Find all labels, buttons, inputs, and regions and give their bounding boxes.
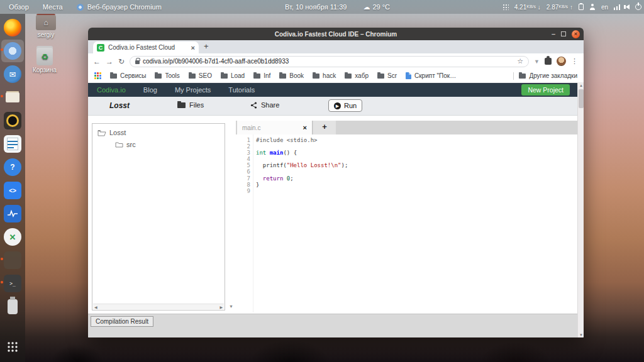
usb-drive-icon xyxy=(8,299,18,314)
browser-window: Codiva.io Fastest Cloud IDE – Chromium –… xyxy=(88,28,584,337)
desktop-icon-trash[interactable]: ♻ Корзина xyxy=(30,48,59,74)
scroll-right-icon[interactable]: ▶ xyxy=(219,305,223,309)
bookmark-folder[interactable]: Сервисы xyxy=(110,72,146,79)
downloads-icon[interactable]: ▼ xyxy=(534,58,540,65)
desktop-icon-home[interactable]: ⌂ sergiy xyxy=(31,15,60,38)
code-editor[interactable]: 123456789 #include <stdio.h> int main() … xyxy=(236,134,577,312)
vscode-icon: <> xyxy=(4,182,21,199)
editor-tab-close-icon[interactable]: × xyxy=(303,124,312,131)
weather-indicator[interactable]: ☁ 29 °C xyxy=(363,3,390,11)
lock-icon[interactable] xyxy=(135,60,140,64)
dock-item-libreoffice-writer[interactable] xyxy=(1,133,24,155)
chromium-icon xyxy=(77,4,84,11)
maximize-button[interactable] xyxy=(561,31,566,36)
bookmark-item[interactable]: Скрипт "Пок… xyxy=(406,72,456,79)
dock-item-rhythmbox[interactable] xyxy=(1,109,24,132)
bookmark-star-icon[interactable]: ☆ xyxy=(517,57,523,65)
dock-item-help[interactable]: ? xyxy=(1,156,24,178)
other-bookmarks-button[interactable]: Другие закладки xyxy=(519,72,577,79)
bookmark-folder[interactable]: SEO xyxy=(189,72,212,79)
folder-icon xyxy=(519,74,526,79)
app-menu[interactable]: Веб-браузер Chromium xyxy=(77,3,162,11)
dock-item-vscode[interactable]: <> xyxy=(1,179,24,202)
show-applications-button[interactable] xyxy=(1,336,24,358)
scroll-up-icon[interactable]: ▲ xyxy=(578,84,584,87)
bookmark-folder[interactable]: hack xyxy=(313,72,336,79)
address-bar[interactable]: codiva.io/p/0b904006-b7d1-4cf0-aaff-ace0… xyxy=(130,56,529,67)
bookmark-folder[interactable]: Tools xyxy=(155,72,179,79)
close-button[interactable]: × xyxy=(572,30,580,38)
extensions-icon[interactable] xyxy=(545,58,552,65)
editor-new-tab-button[interactable]: + xyxy=(313,121,336,134)
running-dot xyxy=(1,281,3,283)
bookmark-folder[interactable]: Scr xyxy=(377,72,397,79)
project-toolbar: Losst Files Share ▶ Run xyxy=(88,97,577,116)
tree-item-project[interactable]: Losst xyxy=(97,129,126,136)
web-page: Codiva.io Blog My Projects Tutorials New… xyxy=(88,83,584,337)
folder-icon xyxy=(253,74,260,79)
tree-item-src[interactable]: src xyxy=(115,141,136,148)
folder-icon xyxy=(221,74,228,79)
accessibility-icon[interactable] xyxy=(589,4,596,10)
tray-icon[interactable] xyxy=(502,4,509,10)
nav-link-tutorials[interactable]: Tutorials xyxy=(228,86,255,94)
dock-item-usb-drive[interactable] xyxy=(1,295,24,318)
minimize-button[interactable]: – xyxy=(552,31,555,36)
firefox-icon xyxy=(4,19,21,36)
dock-item-firefox[interactable] xyxy=(1,16,24,39)
dock-item-files[interactable] xyxy=(1,86,24,109)
site-brand-link[interactable]: Codiva.io xyxy=(97,86,126,94)
dock-item-x-app[interactable]: ✕ xyxy=(1,226,24,248)
window-titlebar[interactable]: Codiva.io Fastest Cloud IDE – Chromium –… xyxy=(88,28,584,40)
play-icon: ▶ xyxy=(334,102,341,109)
tab-close-icon[interactable]: × xyxy=(191,44,195,52)
dock-item-system-monitor[interactable] xyxy=(1,202,24,225)
activities-button[interactable]: Обзор xyxy=(9,3,29,11)
clock[interactable]: Вт, 10 ноября 11:39 xyxy=(285,3,347,11)
volume-icon[interactable] xyxy=(626,4,630,9)
apps-grid-icon[interactable] xyxy=(94,72,101,79)
files-button[interactable]: Files xyxy=(177,101,204,109)
page-scrollbar[interactable]: ▲ ▼ xyxy=(577,83,584,337)
compilation-result-tab[interactable]: Compilation Result xyxy=(91,316,153,327)
bookmark-folder[interactable]: хабр xyxy=(345,72,369,79)
dock-item-thunderbird[interactable]: ✉ xyxy=(1,63,24,85)
project-name: Losst xyxy=(109,101,130,110)
back-button[interactable]: ← xyxy=(93,57,101,66)
net-speed-up: 2.87KB/s ↑ xyxy=(547,4,573,11)
dock-item-terminal[interactable]: >_ xyxy=(1,272,24,295)
tree-horizontal-scrollbar[interactable]: ◀ ▶ xyxy=(93,304,224,309)
thunderbird-icon: ✉ xyxy=(4,65,21,83)
browser-tab[interactable]: C Codiva.io Fastest Cloud × xyxy=(93,41,199,53)
keyboard-layout[interactable]: en xyxy=(601,4,608,11)
folder-icon xyxy=(279,74,286,79)
clipboard-icon[interactable] xyxy=(579,4,584,10)
divider xyxy=(513,72,514,80)
bookmark-folder[interactable]: Inf xyxy=(253,72,270,79)
power-icon[interactable] xyxy=(635,4,641,10)
forward-button[interactable]: → xyxy=(106,57,113,66)
editor-tab-main-c[interactable]: main.c × xyxy=(237,121,313,134)
tab-strip: C Codiva.io Fastest Cloud × + xyxy=(88,40,584,53)
places-menu[interactable]: Места xyxy=(43,3,63,11)
dock-item-chromium[interactable] xyxy=(1,40,24,62)
new-tab-button[interactable]: + xyxy=(204,41,209,53)
reload-button[interactable]: ↻ xyxy=(118,57,125,66)
run-button[interactable]: ▶ Run xyxy=(328,99,362,112)
tree-scroll-down-icon[interactable]: ▼ xyxy=(229,304,233,309)
new-project-button[interactable]: New Project xyxy=(521,84,570,96)
desktop-icon-label: sergiy xyxy=(31,31,60,38)
nav-link-my-projects[interactable]: My Projects xyxy=(175,86,211,94)
terminal-icon: >_ xyxy=(4,275,21,292)
scrollbar-thumb[interactable] xyxy=(579,89,584,108)
browser-menu-icon[interactable]: ⋮ xyxy=(571,57,579,65)
share-button[interactable]: Share xyxy=(250,101,279,109)
dock-item-image-viewer[interactable] xyxy=(1,249,24,272)
bookmark-folder[interactable]: Load xyxy=(221,72,245,79)
nav-link-blog[interactable]: Blog xyxy=(143,86,157,94)
network-icon[interactable] xyxy=(614,4,620,10)
scroll-down-icon[interactable]: ▼ xyxy=(578,333,584,337)
scroll-left-icon[interactable]: ◀ xyxy=(94,305,97,309)
bookmark-folder[interactable]: Book xyxy=(279,72,304,79)
profile-avatar[interactable] xyxy=(557,57,566,66)
